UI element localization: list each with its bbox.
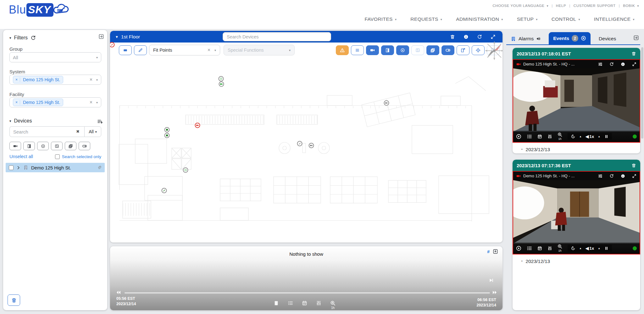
system-select[interactable]: × Demo 125 High St. × ▾ — [9, 75, 101, 85]
stream-info-icon[interactable] — [621, 62, 625, 66]
show-cameras-button[interactable] — [366, 45, 379, 55]
nav-setup[interactable]: SETUP▾ — [517, 16, 538, 22]
tune-icon[interactable] — [547, 134, 552, 139]
expand-icon[interactable] — [491, 34, 496, 39]
nav-intelligence[interactable]: INTELLIGENCE▾ — [594, 16, 635, 22]
speed-control[interactable]: ◀ 1x — [586, 246, 594, 251]
map-marker[interactable] — [164, 133, 170, 138]
reload-stream-icon[interactable] — [609, 62, 614, 66]
floor-selector[interactable]: ▼ 1st Floor — [115, 34, 140, 40]
help-link[interactable]: HELP — [556, 4, 566, 8]
flatten-tool-button[interactable] — [119, 45, 132, 55]
skip-to-end-icon[interactable] — [489, 278, 494, 283]
map-marker[interactable] — [219, 76, 224, 82]
nav-requests[interactable]: REQUESTS▾ — [410, 16, 442, 22]
remove-tag-icon[interactable]: × — [13, 77, 20, 82]
panel-collapse-icon[interactable] — [633, 35, 639, 41]
caret-up-icon[interactable]: ▲ — [579, 247, 582, 250]
play-icon[interactable] — [516, 134, 521, 139]
list-view-button[interactable] — [351, 45, 364, 55]
edit-tool-button[interactable] — [134, 45, 147, 55]
map-marker[interactable] — [164, 127, 170, 133]
facility-icon[interactable] — [274, 300, 279, 306]
filter-layers-button[interactable] — [65, 142, 76, 150]
fullscreen-icon[interactable] — [632, 174, 636, 178]
filters-header[interactable]: ▾ Filters — [9, 35, 36, 41]
nav-favorites[interactable]: FAVORITES▾ — [364, 16, 397, 22]
scrollbar-thumb[interactable] — [641, 47, 643, 139]
remove-tag-icon[interactable]: × — [13, 100, 20, 105]
clear-select-icon[interactable]: × — [90, 77, 92, 83]
map-marker[interactable] — [297, 141, 303, 146]
map-marker[interactable] — [309, 143, 314, 148]
pause-icon[interactable] — [604, 246, 609, 251]
user-menu[interactable]: BOBIK▾ — [623, 4, 639, 8]
tree-item-checkbox[interactable] — [9, 165, 14, 170]
clear-select-icon[interactable]: × — [90, 100, 92, 105]
play-icon[interactable] — [516, 246, 521, 251]
export-icon[interactable] — [493, 249, 498, 254]
video-player[interactable]: Demo 125 High St. - HQ - ... — [513, 171, 640, 254]
devices-header[interactable]: ▾ Devices — [9, 118, 32, 124]
show-motion-button[interactable] — [396, 45, 409, 55]
refresh-icon[interactable] — [477, 34, 482, 39]
nav-control[interactable]: CONTROL▾ — [552, 16, 580, 22]
map-marker[interactable] — [195, 123, 200, 128]
show-layers-button[interactable] — [426, 45, 439, 55]
search-selected-checkbox[interactable]: Search selected only — [55, 154, 101, 159]
map-search-input[interactable] — [223, 32, 331, 41]
trash-icon[interactable] — [450, 34, 455, 39]
tab-devices[interactable]: Devices — [594, 33, 620, 44]
facility-select[interactable]: × Demo 125 High St. × ▾ — [9, 97, 101, 107]
tab-events[interactable]: Events 2 — [549, 32, 591, 44]
clear-events-icon[interactable] — [581, 36, 586, 41]
filter-door-button[interactable] — [23, 142, 35, 150]
map-marker[interactable] — [384, 100, 389, 106]
blusky-logo[interactable]: Blu SKY — [9, 2, 70, 17]
device-sort-icon[interactable] — [97, 119, 103, 124]
group-select[interactable]: All ▾ — [9, 52, 101, 62]
rewind-5-icon[interactable]: 5 — [571, 134, 575, 139]
reset-filters-icon[interactable] — [31, 35, 36, 41]
timeline-back-icon[interactable] — [116, 290, 121, 295]
tab-alarms[interactable]: Alarms — [506, 33, 545, 44]
pause-icon[interactable] — [604, 134, 609, 139]
reload-stream-icon[interactable] — [609, 174, 614, 178]
delete-event-icon[interactable] — [631, 163, 636, 168]
event-list-icon[interactable] — [288, 300, 293, 306]
show-doors-button[interactable] — [381, 45, 394, 55]
speaker-icon[interactable] — [536, 37, 541, 41]
filter-toggle-button[interactable] — [79, 142, 90, 150]
speed-control[interactable]: ◀ 1x — [586, 134, 594, 139]
timeline-zoom[interactable]: 1h — [330, 300, 336, 310]
sidebar-collapse-icon[interactable] — [98, 34, 104, 39]
device-search-input[interactable] — [9, 126, 84, 137]
fullscreen-icon[interactable] — [632, 62, 636, 66]
show-toggles-button[interactable] — [441, 45, 454, 55]
stream-settings-icon[interactable] — [598, 62, 602, 66]
panel-scrollbar[interactable] — [641, 47, 643, 310]
video-zoom[interactable]: 1h — [558, 244, 562, 252]
filter-motion-button[interactable] — [37, 142, 49, 150]
timeline-track[interactable] — [125, 292, 490, 294]
unselect-all-link[interactable]: Unselect all — [9, 154, 33, 159]
calendar-icon[interactable] — [537, 134, 542, 139]
tune-icon[interactable] — [547, 246, 552, 251]
delete-event-icon[interactable] — [631, 51, 636, 56]
filter-camera-button[interactable] — [9, 142, 21, 150]
calendar-icon[interactable] — [537, 246, 542, 251]
calendar-icon[interactable] — [302, 300, 307, 306]
caret-up-icon[interactable]: ▲ — [579, 135, 582, 138]
event-log-icon[interactable] — [527, 134, 532, 139]
timeline-forward-icon[interactable] — [492, 290, 497, 295]
event-log-icon[interactable] — [527, 246, 532, 251]
door-exit-button[interactable] — [457, 45, 469, 55]
search-selected-box[interactable] — [55, 154, 60, 159]
device-type-all-button[interactable]: All▾ — [84, 126, 101, 137]
language-menu[interactable]: CHOOSE YOUR LANGUAGE▾ — [492, 4, 548, 8]
nav-administration[interactable]: ADMINISTRATION▾ — [456, 16, 503, 22]
map-marker[interactable] — [219, 82, 224, 87]
map-marker[interactable] — [183, 168, 188, 173]
stream-info-icon[interactable] — [621, 174, 625, 178]
expand-chevron-icon[interactable] — [16, 166, 20, 170]
